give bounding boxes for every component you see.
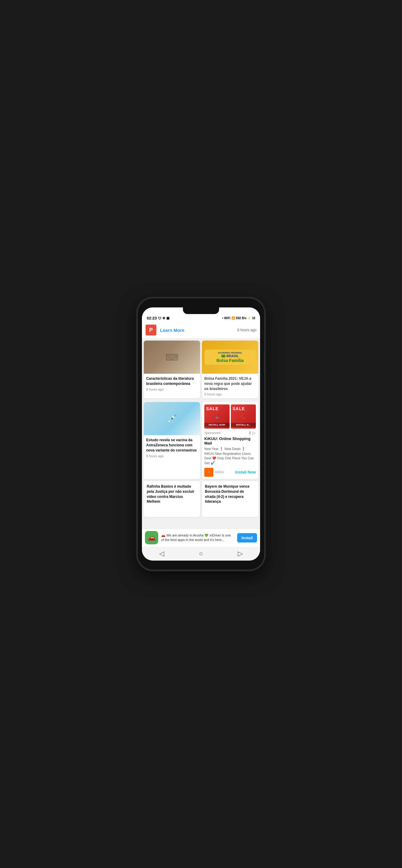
literatura-body: Características da literatura brasileira… [144, 374, 200, 394]
install-now-button[interactable]: Install Now [235, 470, 256, 474]
bottom-ad-bar[interactable]: 🚗 ▷ 🚗 We are already in Arusha 💚 inDrive… [142, 528, 260, 547]
screen-icon: ▦ [166, 316, 169, 320]
nav-bar: ◁ ○ ▷ [142, 547, 260, 561]
literatura-title: Características da literatura brasileira… [146, 376, 198, 386]
vaccine-time: 8 hours ago [146, 454, 198, 458]
news-card-literatura[interactable]: ⌨ Características da literatura brasilei… [144, 341, 200, 398]
vaccine-title: Estudo revela se vacina da AstraZeneca f… [146, 438, 198, 453]
phone-frame: 02:23 🛡 ⊕ ▦ • WiFi 📶 592 B/s ⚡ 16 P Le [138, 299, 264, 569]
ad-p-icon: P [146, 324, 156, 336]
sponsored-label: Sponsored [204, 431, 220, 435]
learn-more-link[interactable]: Learn More [160, 328, 184, 333]
wifi-icon: WiFi [224, 316, 230, 320]
sale-label-1: SALE [206, 406, 218, 411]
bolsa-visual: GOVERNO FEDERAL 🇧🇷 BRASIL Bolsa Família [202, 341, 258, 374]
news-card-vaccine[interactable]: 💉 Estudo revela se vacina da AstraZeneca… [144, 402, 200, 479]
dot-icon: • [222, 316, 223, 320]
kikuu-logo: 🛒 [204, 468, 213, 477]
install-overlay-1: INSTALL NOW [204, 423, 229, 427]
kikuu-brand: KiKUU [215, 470, 224, 474]
sale-label-2: SALE [233, 406, 245, 411]
news-card-bolsa[interactable]: GOVERNO FEDERAL 🇧🇷 BRASIL Bolsa Família … [202, 341, 258, 398]
kikuu-logo-box: 🛒 KiKUU [204, 468, 224, 477]
play-icon: ▷ [156, 541, 158, 544]
battery-icon: ⚡ [247, 316, 251, 320]
news-grid-row2: 💉 Estudo revela se vacina da AstraZeneca… [142, 400, 260, 481]
literatura-image: ⌨ [144, 341, 200, 374]
literatura-time: 8 hours ago [146, 388, 198, 391]
vaccine-image: 💉 [144, 402, 200, 435]
recent-button[interactable]: ▷ [238, 550, 243, 558]
main-content[interactable]: P Learn More 8 hours ago ⌨ Característic… [142, 321, 260, 528]
signal-icon: 📶 [231, 316, 235, 320]
kikuu-desc: New Year ❗ New Deals ❗ KiKUU New Registe… [204, 447, 256, 465]
indriver-logo: 🚗 [148, 534, 156, 541]
battery-level: 16 [252, 316, 255, 320]
typewriter-visual: ⌨ [144, 341, 200, 374]
bottom-news-title-1: Rafinha Bastos é multado pela Justiça po… [147, 484, 197, 504]
news-grid-row1: ⌨ Características da literatura brasilei… [142, 339, 260, 400]
shoe-visual-2: SALE 👠 INSTALL N... [231, 404, 256, 429]
shield-icon: 🛡 [158, 316, 161, 320]
ad-sponsor-row: Sponsored ℹ ▷ [204, 430, 256, 435]
bottom-news-title-2: Bayern de Munique vence Borussia Dortmun… [205, 484, 255, 504]
bolsa-time: 8 hours ago [204, 393, 256, 396]
bolsa-body: Bolsa Família 2021: VEJA a nova regra qu… [202, 374, 258, 398]
install-button[interactable]: Install [237, 533, 257, 542]
share-icon[interactable]: ▷ [252, 430, 256, 435]
notch [183, 307, 219, 314]
status-right: • WiFi 📶 592 B/s ⚡ 16 [222, 316, 255, 320]
bottom-ad-text: 🚗 We are already in Arusha 💚 inDriver is… [161, 533, 234, 542]
vaccine-visual: 💉 [144, 402, 200, 435]
install-overlay-2: INSTALL N... [231, 423, 256, 427]
ad-time: 8 hours ago [238, 328, 256, 332]
network-speed: 592 B/s [236, 316, 247, 320]
side-button [264, 352, 264, 371]
home-button[interactable]: ○ [199, 550, 203, 558]
vaccine-body: Estudo revela se vacina da AstraZeneca f… [144, 435, 200, 460]
ad-bottom-row: 🛒 KiKUU Install Now [204, 468, 256, 477]
ad-action-icons[interactable]: ℹ ▷ [249, 430, 256, 435]
status-left: 02:23 🛡 ⊕ ▦ [147, 316, 169, 320]
status-time: 02:23 [147, 316, 157, 320]
charge-icon: ⊕ [162, 316, 165, 320]
kikuu-title: KiKUU: Online Shopping Mall [204, 436, 256, 445]
info-icon[interactable]: ℹ [249, 430, 251, 435]
bottom-news-card-2[interactable]: Bayern de Munique vence Borussia Dortmun… [202, 481, 258, 517]
bolsa-card-visual: GOVERNO FEDERAL 🇧🇷 BRASIL Bolsa Família [205, 350, 255, 365]
top-ad-banner[interactable]: P Learn More 8 hours ago [142, 321, 260, 339]
ad-images: SALE 👟 INSTALL NOW SALE 👠 [204, 404, 256, 429]
phone-screen: 02:23 🛡 ⊕ ▦ • WiFi 📶 592 B/s ⚡ 16 P Le [142, 307, 260, 561]
kikuu-ad-card[interactable]: SALE 👟 INSTALL NOW SALE 👠 [202, 402, 258, 479]
ad-image-1: SALE 👟 INSTALL NOW [204, 404, 229, 429]
indriver-icon: 🚗 ▷ [145, 531, 158, 544]
bottom-news-card-1[interactable]: Rafinha Bastos é multado pela Justiça po… [144, 481, 200, 517]
bottom-news-grid: Rafinha Bastos é multado pela Justiça po… [142, 481, 260, 519]
ad-image-2: SALE 👠 INSTALL N... [231, 404, 256, 429]
bolsa-title: Bolsa Família 2021: VEJA a nova regra qu… [204, 376, 256, 391]
bolsa-image: GOVERNO FEDERAL 🇧🇷 BRASIL Bolsa Família [202, 341, 258, 374]
shoe-visual-1: SALE 👟 INSTALL NOW [204, 404, 229, 429]
back-button[interactable]: ◁ [159, 550, 164, 558]
